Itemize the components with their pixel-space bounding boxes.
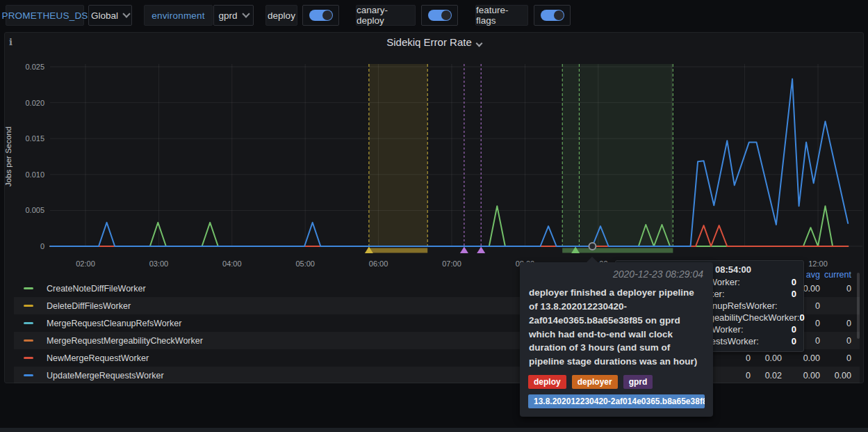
- legend-series-name[interactable]: NewMergeRequestWorker: [47, 353, 149, 363]
- legend-scrollbar[interactable]: [857, 273, 860, 339]
- annotation-marker-icon[interactable]: [477, 247, 485, 254]
- global-dropdown[interactable]: Global: [88, 5, 132, 26]
- hover-series-value: 0: [799, 312, 804, 323]
- legend-series-name[interactable]: CreateNoteDiffFileWorker: [47, 284, 146, 294]
- legend-series-marker: [24, 322, 33, 324]
- legend-value-min: 0: [746, 371, 751, 381]
- legend-series-name[interactable]: DeleteDiffFilesWorker: [47, 301, 131, 311]
- legend-row[interactable]: UpdateMergeRequestsWorker00.020.000.00: [14, 367, 860, 383]
- legend-value-avg: 0: [815, 319, 820, 328]
- x-axis-tick-label: 02:00: [76, 259, 95, 268]
- y-axis-title: Jobs per Second: [4, 127, 13, 186]
- annotation-tooltip: 2020-12-23 08:29:04 deployer finished a …: [520, 262, 713, 417]
- legend-series-marker: [24, 357, 33, 359]
- legend-value-current: 0: [846, 284, 851, 294]
- x-axis-tick-label: 12:00: [808, 259, 828, 268]
- legend-series-marker: [24, 339, 33, 342]
- hover-series-value: 0: [792, 324, 796, 335]
- series-line-UpdateMergeRequestsWorker: [50, 79, 848, 247]
- annotation-region: [369, 64, 427, 246]
- annotation-region-bar: [369, 248, 427, 253]
- legend-value-current: 0: [846, 336, 851, 346]
- hover-series-value: 0: [792, 336, 796, 346]
- legend-series-name[interactable]: MergeRequestCleanupRefsWorker: [47, 319, 181, 328]
- legend-value-current: 0: [846, 353, 851, 363]
- y-axis-tick-label: 0.010: [25, 170, 44, 179]
- panel-title[interactable]: Sidekiq Error Rate: [0, 36, 868, 48]
- legend-value-avg: 0: [815, 336, 820, 346]
- canary-deploy-toggle-label: canary-deploy: [356, 5, 416, 26]
- toggle-on-switch: [541, 10, 564, 21]
- legend-value-avg: 0.00: [803, 353, 820, 363]
- legend-series-marker: [24, 287, 33, 289]
- y-axis-tick-label: 0: [40, 242, 44, 250]
- deploy-toggle-label: deploy: [265, 5, 297, 26]
- series-line-CreateNoteDiffFileWorker: [50, 206, 848, 246]
- y-axis-tick-label: 0.005: [25, 206, 44, 214]
- hover-series-value: 0: [792, 289, 796, 299]
- x-axis-tick-label: 07:00: [442, 259, 461, 268]
- datasource-button[interactable]: PROMETHEUS_DS: [6, 5, 84, 26]
- annotation-tag: 13.8.202012230420-2af014e0365.b8a65e38f8…: [528, 394, 705, 408]
- feature-flags-toggle-label: feature-flags: [475, 5, 528, 26]
- legend-series-name[interactable]: UpdateMergeRequestsWorker: [47, 371, 164, 381]
- legend-value-min: 0: [746, 353, 751, 363]
- environment-variable-label[interactable]: environment: [144, 5, 213, 26]
- chevron-down-icon: [242, 10, 249, 17]
- toggle-on-switch: [428, 10, 452, 21]
- y-axis-tick-label: 0.020: [25, 99, 44, 107]
- legend-value-avg: 0.00: [803, 284, 820, 294]
- environment-value-dropdown[interactable]: gprd: [213, 5, 254, 26]
- annotation-text: deployer finished a deployer pipeline of…: [520, 282, 713, 375]
- hover-series-value: 0: [792, 277, 796, 287]
- annotation-hover-point[interactable]: [589, 243, 596, 250]
- annotation-tag: deployer: [572, 375, 618, 389]
- x-axis-tick-label: 06:00: [369, 259, 388, 268]
- legend-value-max: 0.00: [765, 353, 782, 363]
- annotation-tag: deploy: [528, 375, 566, 389]
- chevron-down-icon: [475, 40, 482, 47]
- annotation-marker-icon[interactable]: [460, 247, 468, 254]
- legend-column-header-avg[interactable]: avg: [806, 270, 820, 280]
- legend-value-avg: 0.00: [803, 371, 820, 381]
- annotation-tags: deploydeployergprd13.8.202012230420-2af0…: [520, 375, 713, 417]
- environment-value: gprd: [218, 10, 237, 21]
- y-axis-tick-label: 0.015: [25, 134, 44, 143]
- global-dropdown-label: Global: [91, 10, 118, 21]
- canary-deploy-toggle[interactable]: [421, 5, 458, 26]
- annotation-region: [562, 64, 673, 246]
- legend-series-marker: [24, 305, 33, 307]
- datasource-label: PROMETHEUS_DS: [1, 10, 88, 21]
- legend-value-current: 0: [846, 319, 851, 328]
- legend-series-marker: [24, 374, 33, 376]
- legend-value-avg: 0: [815, 301, 820, 311]
- legend-value-max: 0.02: [765, 371, 782, 381]
- series-line-NewMergeRequestWorker: [50, 225, 848, 246]
- deploy-toggle[interactable]: [302, 5, 339, 26]
- x-axis-tick-label: 04:00: [222, 259, 242, 268]
- annotation-tag: gprd: [623, 375, 653, 389]
- toggle-on-switch: [309, 10, 333, 21]
- feature-flags-toggle[interactable]: [534, 5, 571, 26]
- legend-series-name[interactable]: MergeRequestMergeabilityCheckWorker: [47, 336, 203, 346]
- x-axis-tick-label: 03:00: [149, 259, 169, 268]
- dashboard-topbar: PROMETHEUS_DS Global environment gprd de…: [0, 0, 868, 31]
- legend-value-current: 0.00: [835, 371, 851, 381]
- legend-column-header-current[interactable]: current: [824, 270, 851, 280]
- chevron-down-icon: [122, 10, 130, 17]
- x-axis-tick-label: 05:00: [295, 259, 315, 268]
- y-axis-tick-label: 0.025: [25, 63, 44, 71]
- annotation-time: 2020-12-23 08:29:04: [520, 262, 713, 282]
